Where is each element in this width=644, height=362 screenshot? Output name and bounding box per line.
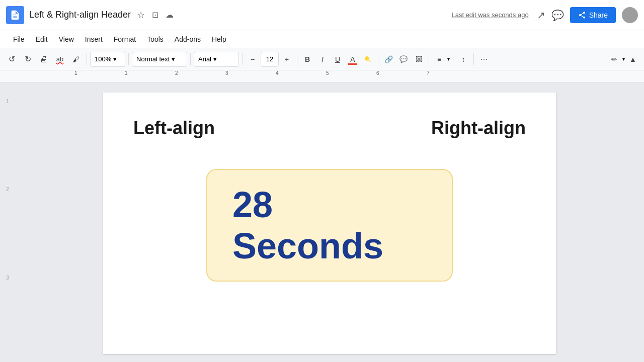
font-size-input[interactable]: 12	[261, 52, 279, 67]
page-area: Left-align Right-align 28 Seconds	[15, 82, 644, 362]
ruler-mark-1: 1	[125, 70, 128, 77]
zoom-select[interactable]: 100% ▾	[90, 52, 125, 67]
insert-link-button[interactable]: 🔗	[381, 52, 395, 66]
menu-format[interactable]: Format	[109, 33, 141, 45]
separator-4	[242, 53, 243, 65]
insert-comment-button[interactable]: 💬	[396, 52, 411, 66]
margin-num-3: 3	[6, 274, 9, 362]
italic-button[interactable]: I	[315, 52, 330, 66]
zoom-value: 100%	[95, 55, 111, 63]
star-icon[interactable]: ☆	[135, 8, 147, 23]
margin-num-2: 2	[6, 186, 9, 274]
font-size-control: − 12 +	[246, 52, 294, 67]
right-toolbar: ↗ 💬 Share	[537, 7, 638, 23]
title-bar: Left & Right-align Header ☆ ⊡ ☁ Last edi…	[0, 0, 644, 30]
style-arrow: ▾	[172, 55, 175, 63]
increase-font-button[interactable]: +	[280, 52, 294, 66]
align-arrow[interactable]: ▾	[447, 56, 450, 62]
countdown-box: 28 Seconds	[206, 169, 453, 282]
right-align-header: Right-align	[431, 118, 526, 139]
undo-button[interactable]: ↺	[4, 52, 19, 67]
separator-8	[453, 53, 453, 65]
separator-7	[429, 53, 429, 65]
ruler: 1 1 2 3 4 5 6 7	[0, 70, 644, 82]
ruler-mark-0: 1	[74, 70, 77, 77]
separator-2	[128, 53, 129, 65]
comment-icon[interactable]: 💬	[551, 9, 564, 21]
menu-edit[interactable]: Edit	[31, 33, 53, 45]
ruler-inner: 1 1 2 3 4 5 6 7	[74, 70, 644, 82]
underline-button[interactable]: U	[331, 52, 345, 66]
separator-6	[378, 53, 378, 65]
highlight-color-button[interactable]	[361, 52, 375, 66]
bold-button[interactable]: B	[300, 52, 314, 66]
user-avatar[interactable]	[622, 7, 638, 23]
menu-bar: File Edit View Insert Format Tools Add-o…	[0, 30, 644, 48]
menu-view[interactable]: View	[54, 33, 79, 45]
main-area: 1 2 3 Left-align Right-align 28 Seconds	[0, 82, 644, 362]
style-value: Normal text	[136, 55, 170, 63]
ruler-mark-7: 7	[427, 70, 430, 77]
ruler-mark-5: 5	[326, 70, 329, 77]
page-header: Left-align Right-align	[133, 118, 526, 139]
edit-mode-arrow[interactable]: ▾	[622, 56, 625, 62]
menu-addons[interactable]: Add-ons	[170, 33, 206, 45]
menu-insert[interactable]: Insert	[80, 33, 108, 45]
edit-mode-button[interactable]: ✏	[607, 52, 621, 66]
ruler-mark-2: 2	[175, 70, 178, 77]
menu-tools[interactable]: Tools	[142, 33, 169, 45]
activity-icon[interactable]: ↗	[537, 9, 545, 21]
cloud-icon[interactable]: ☁	[164, 8, 176, 22]
doc-title: Left & Right-align Header	[29, 10, 131, 20]
line-spacing-button[interactable]: ↕	[456, 52, 470, 66]
separator-9	[473, 53, 474, 65]
share-label: Share	[589, 11, 608, 19]
ruler-mark-3: 3	[225, 70, 228, 77]
font-arrow: ▾	[213, 55, 217, 63]
font-select[interactable]: Arial ▾	[194, 52, 239, 67]
menu-help[interactable]: Help	[207, 33, 231, 45]
align-button[interactable]: ≡	[432, 52, 446, 66]
margin-numbers: 1 2 3	[0, 82, 15, 362]
more-options-button[interactable]: ⋯	[477, 52, 491, 66]
text-color-button[interactable]: A	[346, 52, 360, 66]
separator-1	[87, 53, 87, 65]
menu-file[interactable]: File	[8, 33, 30, 45]
toolbar: ↺ ↻ 🖨 ab 🖌 100% ▾ Normal text ▾ Arial ▾ …	[0, 48, 644, 70]
document-page: Left-align Right-align 28 Seconds	[103, 93, 556, 354]
folder-icon[interactable]: ⊡	[150, 8, 160, 22]
spellcheck-button[interactable]: ab	[52, 52, 67, 67]
left-align-header: Left-align	[133, 118, 215, 139]
zoom-arrow: ▾	[113, 55, 117, 63]
collapse-toolbar-button[interactable]: ▲	[626, 52, 640, 66]
last-edit[interactable]: Last edit was seconds ago	[451, 11, 528, 19]
font-value: Arial	[198, 55, 211, 63]
ruler-mark-6: 6	[376, 70, 379, 77]
separator-3	[190, 53, 191, 65]
app-logo[interactable]	[6, 6, 24, 24]
ruler-mark-4: 4	[276, 70, 279, 77]
redo-button[interactable]: ↻	[20, 52, 35, 67]
margin-num-1: 1	[6, 98, 9, 186]
share-button[interactable]: Share	[570, 7, 616, 23]
decrease-font-button[interactable]: −	[246, 52, 260, 66]
countdown-text: 28 Seconds	[232, 184, 427, 266]
print-button[interactable]: 🖨	[36, 52, 51, 67]
text-color-indicator	[348, 63, 357, 65]
style-select[interactable]: Normal text ▾	[132, 52, 187, 67]
title-icons: ☆ ⊡ ☁	[135, 8, 176, 23]
paintformat-button[interactable]: 🖌	[68, 52, 84, 67]
separator-5	[297, 53, 297, 65]
insert-image-button[interactable]: 🖼	[412, 52, 426, 66]
